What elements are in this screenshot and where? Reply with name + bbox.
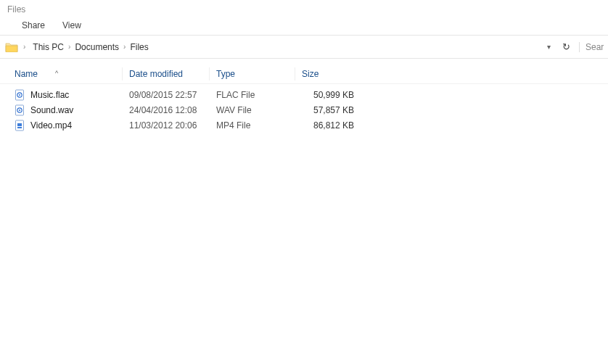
svg-rect-8 (17, 127, 22, 128)
chevron-right-icon[interactable]: › (122, 43, 127, 51)
file-size-cell: 86,812 KB (302, 120, 360, 131)
file-row[interactable]: Sound.wav24/04/2016 12:08WAV File57,857 … (0, 102, 608, 117)
audio-file-icon (15, 104, 26, 116)
ribbon-tabs: Share View (0, 16, 608, 36)
column-header-date[interactable]: Date modified (129, 69, 216, 79)
chevron-right-icon[interactable]: › (22, 43, 27, 51)
file-name-label: Music.flac (30, 90, 69, 100)
file-rows: Music.flac09/08/2015 22:57FLAC File50,99… (0, 84, 608, 133)
folder-icon (4, 40, 19, 54)
file-name-label: Video.mp4 (30, 120, 72, 131)
breadcrumb-documents[interactable]: Documents (72, 41, 122, 54)
search-input[interactable]: Sear (579, 42, 604, 52)
svg-point-5 (19, 109, 20, 111)
file-row[interactable]: Music.flac09/08/2015 22:57FLAC File50,99… (0, 87, 608, 102)
refresh-button[interactable]: ↻ (558, 40, 575, 54)
column-header-name[interactable]: Name ^ (15, 69, 129, 79)
column-header-name-label: Name (15, 69, 38, 79)
file-name-cell: Video.mp4 (15, 120, 129, 131)
file-type-cell: FLAC File (216, 90, 302, 100)
file-type-cell: WAV File (216, 105, 302, 115)
file-type-cell: MP4 File (216, 120, 302, 131)
breadcrumb-this-pc[interactable]: This PC (30, 41, 67, 54)
sort-ascending-icon: ^ (55, 70, 58, 77)
audio-file-icon (15, 89, 26, 101)
chevron-right-icon[interactable]: › (67, 43, 72, 51)
breadcrumb-files[interactable]: Files (127, 41, 151, 54)
column-header-type[interactable]: Type (216, 69, 302, 79)
file-name-cell: Music.flac (15, 89, 129, 101)
file-name-label: Sound.wav (30, 105, 73, 115)
file-size-cell: 57,857 KB (302, 105, 360, 115)
file-row[interactable]: Video.mp411/03/2012 20:06MP4 File86,812 … (0, 117, 608, 133)
address-bar: › This PC › Documents › Files ▾ ↻ Sear (0, 36, 608, 59)
window-title: Files (0, 0, 608, 16)
tab-view[interactable]: View (62, 20, 81, 30)
column-header-size[interactable]: Size (302, 69, 360, 79)
video-file-icon (15, 120, 26, 131)
svg-rect-7 (17, 123, 22, 126)
svg-point-2 (19, 94, 20, 96)
address-history-dropdown[interactable]: ▾ (544, 41, 554, 52)
file-date-cell: 11/03/2012 20:06 (129, 120, 216, 131)
breadcrumb: This PC › Documents › Files (30, 41, 541, 54)
file-list-area: Name ^ Date modified Type Size Music.fla… (0, 59, 608, 133)
file-size-cell: 50,999 KB (302, 90, 360, 100)
file-name-cell: Sound.wav (15, 104, 129, 116)
column-headers: Name ^ Date modified Type Size (0, 65, 608, 84)
tab-share[interactable]: Share (22, 20, 45, 30)
file-date-cell: 09/08/2015 22:57 (129, 90, 216, 100)
file-date-cell: 24/04/2016 12:08 (129, 105, 216, 115)
